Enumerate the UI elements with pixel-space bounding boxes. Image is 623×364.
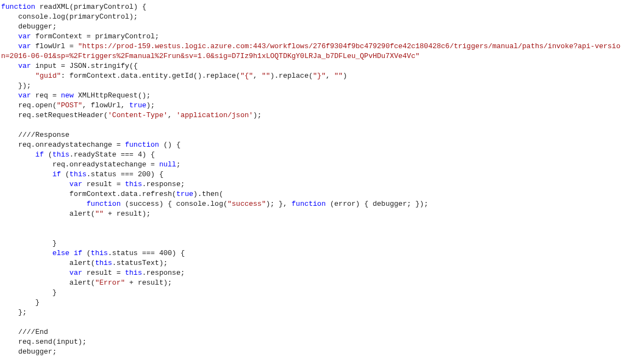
code-indent: [1, 151, 35, 159]
code-line: debugger;: [1, 22, 56, 31]
code-indent: [1, 180, 70, 188]
code-line: };: [1, 308, 27, 316]
code-indent: [1, 42, 18, 50]
code-text: (: [82, 249, 91, 257]
code-text: .response;: [142, 180, 184, 188]
code-indent: [1, 72, 35, 80]
code-text: flowUrl =: [31, 42, 78, 50]
code-text: formContext.data.refresh(: [1, 190, 176, 198]
code-text: (success) { console.log(: [120, 200, 227, 208]
code-line: req.send(input);: [1, 338, 86, 346]
keyword-new: new: [61, 91, 73, 100]
code-text: req.onreadystatechange =: [1, 141, 125, 149]
code-comment: ////Response: [1, 131, 70, 139]
code-text: + result);: [125, 279, 172, 287]
code-text: .response;: [142, 269, 184, 277]
keyword-this: this: [70, 170, 86, 178]
code-block[interactable]: function readXML(primaryControl) { conso…: [0, 0, 623, 364]
code-text: (: [44, 151, 53, 159]
fn-name: readXML: [39, 3, 70, 11]
code-line: console.log(primaryControl);: [1, 13, 138, 21]
string-lit: "": [95, 210, 104, 218]
code-indent: [1, 62, 18, 70]
code-text: .status === 200) {: [86, 170, 163, 178]
keyword-true: true: [176, 190, 193, 198]
string-lit: 'application/json': [176, 111, 253, 119]
code-text: .statusText);: [112, 259, 168, 267]
code-indent: [1, 91, 18, 100]
code-line: }: [1, 298, 39, 307]
code-indent: [1, 269, 70, 277]
code-line: }: [1, 288, 56, 297]
string-url: "https://prod-159.westus.logic.azure.com…: [1, 42, 620, 60]
keyword-function: function: [292, 200, 326, 208]
code-text: result =: [82, 269, 125, 277]
keyword-var: var: [70, 180, 82, 188]
keyword-this: this: [53, 151, 70, 159]
code-indent: [1, 32, 18, 41]
code-text: ,: [168, 111, 176, 119]
string-lit: "success": [228, 200, 266, 208]
keyword-this: this: [125, 180, 142, 188]
string-lit: "Error": [95, 279, 125, 287]
code-text: + result);: [103, 210, 151, 218]
keyword-this: this: [91, 249, 108, 257]
code-text: XMLHttpRequest();: [74, 91, 151, 100]
string-lit: "": [334, 72, 343, 80]
code-line: debugger;: [1, 348, 56, 356]
keyword-var: var: [18, 91, 31, 100]
code-indent: [1, 170, 53, 178]
keyword-function: function: [86, 200, 120, 208]
code-text: ); },: [266, 200, 292, 208]
code-text: ;: [176, 160, 181, 169]
code-text: alert(: [1, 210, 95, 218]
keyword-elseif: else if: [53, 249, 83, 257]
code-text: ): [343, 72, 347, 80]
keyword-var: var: [70, 269, 82, 277]
code-text: req.onreadystatechange =: [1, 160, 159, 169]
code-text: ,: [253, 72, 262, 80]
code-text: .readyState === 4) {: [70, 151, 155, 159]
keyword-this: this: [125, 269, 142, 277]
code-text: alert(: [1, 279, 95, 287]
code-text: ).then(: [193, 190, 223, 198]
keyword-if: if: [35, 151, 44, 159]
code-text: );: [253, 111, 262, 119]
code-text: ).replace(: [270, 72, 313, 80]
code-text: () {: [159, 141, 181, 149]
code-text: alert(: [1, 259, 95, 267]
code-text: , flowUrl,: [82, 101, 129, 109]
code-text: result =: [82, 180, 125, 188]
code-line: }: [1, 239, 56, 247]
code-text: );: [146, 101, 155, 109]
code-text: req.open(: [1, 101, 56, 109]
string-lit: "{": [240, 72, 253, 80]
code-comment: ////End: [1, 328, 48, 336]
keyword-true: true: [129, 101, 146, 109]
string-lit: 'Content-Type': [108, 111, 168, 119]
string-lit: "": [262, 72, 270, 80]
code-indent: [1, 200, 86, 208]
keyword-function: function: [125, 141, 159, 149]
code-text: .status === 400) {: [108, 249, 184, 257]
code-text: input = JSON.stringify({: [31, 62, 138, 70]
code-text: req =: [31, 91, 61, 100]
keyword-var: var: [18, 32, 31, 41]
code-text: req.setRequestHeader(: [1, 111, 108, 119]
keyword-var: var: [18, 62, 31, 70]
fn-param: primaryControl: [74, 3, 134, 11]
keyword-null: null: [159, 160, 176, 169]
code-text: (error) { debugger; });: [326, 200, 428, 208]
keyword-var: var: [18, 42, 31, 50]
code-text: : formContext.data.entity.getId().replac…: [61, 72, 240, 80]
keyword-if: if: [53, 170, 61, 178]
code-text: (: [61, 170, 70, 178]
code-text: ,: [326, 72, 334, 80]
string-key: "guid": [35, 72, 61, 80]
string-lit: "POST": [56, 101, 82, 109]
code-text: formContext = primaryControl;: [31, 32, 159, 41]
code-indent: [1, 249, 53, 257]
keyword-function: function: [1, 3, 35, 11]
code-line: });: [1, 82, 31, 90]
keyword-this: this: [95, 259, 112, 267]
